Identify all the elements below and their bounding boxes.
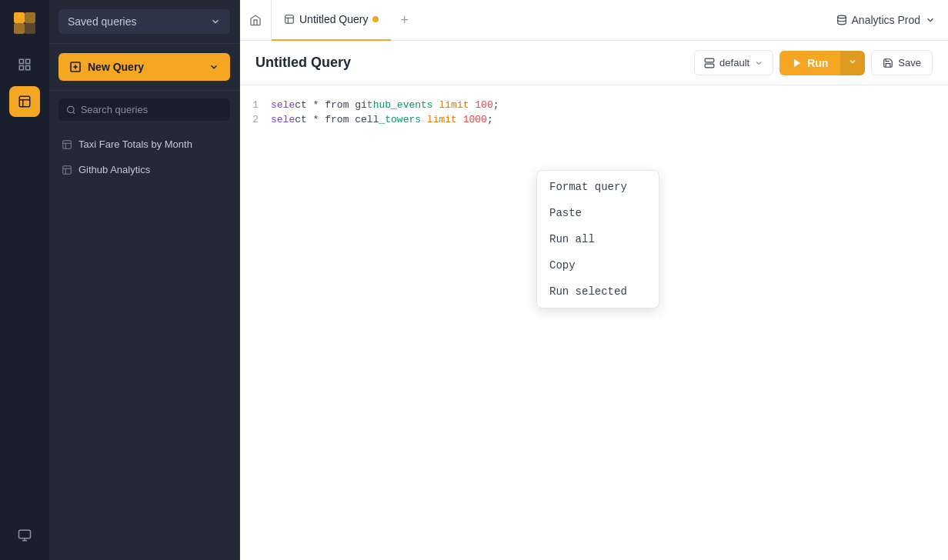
new-query-label: New Query bbox=[88, 61, 144, 73]
svg-rect-28 bbox=[705, 64, 714, 68]
query-item-icon bbox=[62, 165, 72, 175]
svg-rect-6 bbox=[19, 66, 23, 70]
code-line-2: 2 select * from cell_towers limit 1000; bbox=[240, 112, 948, 127]
svg-point-15 bbox=[68, 106, 74, 112]
tabs-area: Untitled Query + bbox=[272, 0, 824, 41]
svg-line-16 bbox=[73, 112, 75, 113]
query-item-label: Github Analytics bbox=[78, 164, 150, 175]
code-line-1: 1 select * from github_events limit 100; bbox=[240, 98, 948, 112]
home-button[interactable] bbox=[240, 0, 272, 41]
svg-rect-20 bbox=[63, 165, 72, 174]
new-query-area: New Query bbox=[49, 44, 239, 91]
nav-monitor-button[interactable] bbox=[9, 520, 40, 551]
query-list: Taxi Fare Totals by Month Github Analyti… bbox=[49, 128, 239, 560]
analytics-prod-label: Analytics Prod bbox=[852, 14, 920, 26]
svg-point-26 bbox=[837, 15, 846, 18]
tab-query-icon bbox=[284, 14, 295, 25]
context-menu-copy[interactable]: Copy bbox=[537, 252, 659, 278]
svg-rect-0 bbox=[14, 12, 25, 23]
home-icon bbox=[249, 14, 262, 26]
context-menu-format[interactable]: Format query bbox=[537, 174, 659, 200]
plus-square-icon bbox=[69, 61, 82, 73]
context-menu-run-selected[interactable]: Run selected bbox=[537, 278, 659, 305]
tab-untitled-query[interactable]: Untitled Query bbox=[272, 0, 391, 41]
saved-queries-dropdown[interactable]: Saved queries bbox=[58, 9, 230, 34]
run-dropdown-button[interactable] bbox=[840, 51, 865, 75]
context-menu-paste[interactable]: Paste bbox=[537, 200, 659, 226]
code-content: select * from cell_towers limit 1000; bbox=[271, 114, 493, 125]
add-tab-button[interactable]: + bbox=[391, 0, 418, 41]
search-input-wrap bbox=[58, 98, 230, 121]
search-icon bbox=[66, 105, 76, 115]
list-item[interactable]: Github Analytics bbox=[49, 157, 239, 182]
sidebar-header: Saved queries bbox=[49, 0, 239, 44]
nav-bottom bbox=[9, 520, 40, 551]
svg-rect-4 bbox=[19, 59, 23, 63]
top-bar: Untitled Query + Analytics Prod bbox=[240, 0, 948, 41]
save-button[interactable]: Save bbox=[871, 50, 933, 75]
svg-rect-27 bbox=[705, 58, 714, 62]
code-editor[interactable]: 1 select * from github_events limit 100;… bbox=[240, 85, 948, 560]
schema-label: default bbox=[719, 57, 749, 68]
schema-chevron-icon bbox=[754, 58, 763, 68]
unsaved-dot bbox=[372, 16, 379, 22]
svg-rect-7 bbox=[26, 66, 30, 70]
save-label: Save bbox=[898, 57, 921, 68]
app-logo bbox=[11, 9, 38, 37]
chevron-down-icon bbox=[925, 15, 936, 25]
sidebar: Saved queries New Query bbox=[49, 0, 240, 560]
line-number: 2 bbox=[240, 114, 271, 125]
database-icon bbox=[836, 15, 847, 25]
saved-queries-label: Saved queries bbox=[68, 15, 137, 28]
schema-icon bbox=[704, 58, 715, 68]
svg-rect-2 bbox=[14, 23, 25, 34]
run-label: Run bbox=[807, 57, 828, 69]
svg-rect-17 bbox=[63, 140, 72, 148]
svg-marker-31 bbox=[794, 58, 800, 67]
search-area bbox=[49, 91, 239, 128]
query-item-label: Taxi Fare Totals by Month bbox=[78, 138, 192, 150]
svg-rect-5 bbox=[26, 59, 30, 63]
tab-label: Untitled Query bbox=[299, 13, 368, 25]
play-icon bbox=[792, 58, 803, 68]
save-icon bbox=[883, 58, 893, 68]
query-title: Untitled Query bbox=[255, 55, 351, 71]
new-query-chevron-icon bbox=[209, 62, 219, 72]
nav-query-button[interactable] bbox=[9, 86, 40, 117]
svg-rect-8 bbox=[19, 96, 30, 107]
search-input[interactable] bbox=[81, 104, 222, 115]
code-content: select * from github_events limit 100; bbox=[271, 99, 499, 111]
svg-rect-11 bbox=[19, 530, 31, 538]
analytics-prod-button[interactable]: Analytics Prod bbox=[836, 14, 936, 26]
query-item-icon bbox=[62, 139, 72, 150]
run-chevron-icon bbox=[848, 57, 857, 66]
schema-select[interactable]: default bbox=[694, 50, 773, 75]
svg-rect-23 bbox=[285, 15, 294, 24]
context-menu: Format query Paste Run all Copy Run sele… bbox=[536, 170, 659, 308]
svg-rect-3 bbox=[25, 23, 35, 34]
line-number: 1 bbox=[240, 99, 271, 111]
list-item[interactable]: Taxi Fare Totals by Month bbox=[49, 132, 239, 157]
new-query-button[interactable]: New Query bbox=[58, 53, 230, 81]
query-controls: default Run bbox=[694, 50, 933, 75]
run-button-group: Run bbox=[779, 51, 865, 75]
run-button[interactable]: Run bbox=[779, 51, 840, 75]
query-header: Untitled Query default Run bbox=[240, 41, 948, 85]
context-menu-run-all[interactable]: Run all bbox=[537, 226, 659, 252]
main-area: Untitled Query + Analytics Prod bbox=[240, 0, 948, 560]
nav-grid-button[interactable] bbox=[9, 49, 40, 80]
top-bar-right: Analytics Prod bbox=[824, 14, 948, 26]
left-nav bbox=[0, 0, 49, 560]
chevron-down-icon bbox=[210, 16, 221, 27]
svg-rect-1 bbox=[25, 12, 35, 23]
